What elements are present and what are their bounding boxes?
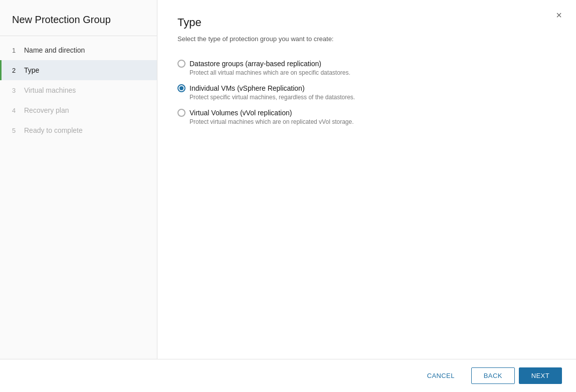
step-1-label: Name and direction <box>24 46 85 54</box>
steps-list: 1 Name and direction 2 Type 3 Virtual ma… <box>0 36 157 144</box>
option-vvol: Virtual Volumes (vVol replication) Prote… <box>177 104 556 128</box>
option-datastore-label[interactable]: Datastore groups (array-based replicatio… <box>177 60 556 68</box>
main-content: × Type Select the type of protection gro… <box>157 0 576 359</box>
step-3: 3 Virtual machines <box>0 80 157 100</box>
step-5-number: 5 <box>12 127 19 134</box>
step-1[interactable]: 1 Name and direction <box>0 40 157 60</box>
step-4: 4 Recovery plan <box>0 100 157 120</box>
content-title: Type <box>177 16 556 29</box>
close-button[interactable]: × <box>552 8 566 22</box>
option-datastore-text: Datastore groups (array-based replicatio… <box>189 60 321 68</box>
option-datastore: Datastore groups (array-based replicatio… <box>177 55 556 79</box>
option-individual-vms: Individual VMs (vSphere Replication) Pro… <box>177 79 556 104</box>
dialog-footer: CANCEL BACK NEXT <box>0 359 576 392</box>
option-vvol-label[interactable]: Virtual Volumes (vVol replication) <box>177 109 556 117</box>
step-2-label: Type <box>24 66 39 74</box>
sidebar: New Protection Group 1 Name and directio… <box>0 0 157 359</box>
step-2-number: 2 <box>12 67 19 74</box>
back-button[interactable]: BACK <box>471 367 515 384</box>
option-datastore-desc: Protect all virtual machines which are o… <box>189 69 556 76</box>
step-4-label: Recovery plan <box>24 106 69 114</box>
step-5: 5 Ready to complete <box>0 120 157 140</box>
dialog-title: New Protection Group <box>0 0 157 36</box>
step-3-number: 3 <box>12 87 19 94</box>
radio-datastore[interactable] <box>177 60 185 68</box>
next-button[interactable]: NEXT <box>519 367 562 384</box>
step-3-label: Virtual machines <box>24 86 76 94</box>
content-subtitle: Select the type of protection group you … <box>177 35 556 43</box>
option-individual-vms-desc: Protect specific virtual machines, regar… <box>189 94 556 101</box>
step-5-label: Ready to complete <box>24 126 83 134</box>
radio-vvol[interactable] <box>177 109 185 117</box>
radio-individual-vms[interactable] <box>177 84 185 92</box>
step-4-number: 4 <box>12 107 19 114</box>
option-individual-vms-text: Individual VMs (vSphere Replication) <box>189 84 305 92</box>
option-vvol-text: Virtual Volumes (vVol replication) <box>189 109 292 117</box>
dialog: New Protection Group 1 Name and directio… <box>0 0 576 392</box>
type-options: Datastore groups (array-based replicatio… <box>177 55 556 128</box>
step-1-number: 1 <box>12 47 19 54</box>
step-2[interactable]: 2 Type <box>0 60 157 80</box>
option-vvol-desc: Protect virtual machines which are on re… <box>189 118 556 125</box>
option-individual-vms-label[interactable]: Individual VMs (vSphere Replication) <box>177 84 556 92</box>
cancel-button[interactable]: CANCEL <box>415 367 467 384</box>
